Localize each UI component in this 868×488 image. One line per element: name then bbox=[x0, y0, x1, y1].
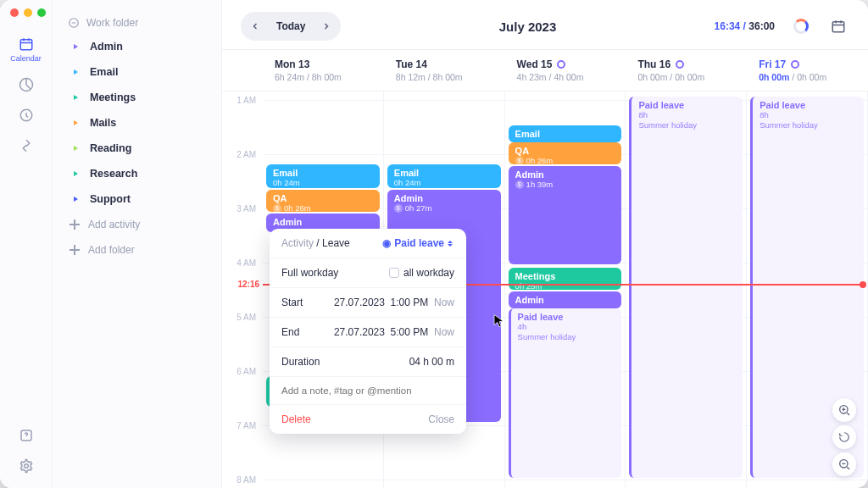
zoom-in-icon bbox=[837, 403, 851, 417]
calendar-event[interactable]: QA$0h 26m bbox=[266, 190, 380, 212]
day-header[interactable]: Wed 15 4h 23m / 4h 00m bbox=[505, 50, 626, 91]
sync-icon bbox=[18, 137, 35, 154]
add-activity-label: Add activity bbox=[88, 219, 140, 230]
day-header[interactable]: Mon 136h 24m / 8h 00m bbox=[263, 50, 384, 91]
leave-type-dropdown[interactable]: ◉ Paid leave bbox=[382, 237, 454, 249]
all-workday-checkbox[interactable]: all workday bbox=[389, 267, 454, 279]
next-button[interactable] bbox=[315, 15, 337, 37]
nav-sync[interactable] bbox=[8, 132, 45, 159]
minimize-window-icon[interactable] bbox=[24, 8, 32, 17]
sidebar-activity[interactable]: Support bbox=[61, 186, 213, 212]
day-name: Wed 15 bbox=[517, 58, 615, 70]
day-summary: 8h 12m / 8h 00m bbox=[396, 72, 493, 82]
event-duration: 0h 24m bbox=[394, 178, 494, 187]
zoom-in-button[interactable] bbox=[832, 398, 856, 422]
day-summary: 0h 00m / 0h 00m bbox=[637, 72, 735, 82]
hour-label: 6 AM bbox=[236, 367, 256, 376]
sidebar-activity[interactable]: Meetings bbox=[61, 85, 213, 110]
add-folder-button[interactable]: Add folder bbox=[61, 237, 213, 263]
maximize-window-icon[interactable] bbox=[37, 8, 46, 17]
sidebar-activity[interactable]: Research bbox=[61, 161, 213, 186]
end-date-field[interactable]: 27.07.2023 bbox=[334, 326, 385, 338]
end-time-field[interactable]: 5:00 PM bbox=[391, 326, 429, 338]
nav-help[interactable] bbox=[8, 422, 45, 449]
calendar-grid[interactable]: 1 AM2 AM3 AM4 AM5 AM6 AM7 AM8 AM 12:16 E… bbox=[222, 92, 868, 488]
event-title: Email bbox=[515, 129, 615, 139]
zoom-out-icon bbox=[837, 458, 851, 471]
play-icon bbox=[70, 92, 81, 103]
sidebar-activity[interactable]: Email bbox=[61, 59, 213, 85]
event-title: Admin bbox=[394, 193, 494, 203]
nav-reports[interactable] bbox=[8, 71, 45, 98]
today-button[interactable]: Today bbox=[266, 20, 315, 32]
main-area: Today July 2023 16:34 / 36:00 Mon 136h 2… bbox=[222, 0, 868, 488]
sidebar: Work folder AdminEmailMeetingsMailsReadi… bbox=[53, 0, 222, 488]
close-button[interactable]: Close bbox=[428, 413, 454, 425]
day-column[interactable]: Paid leave8hSummer holiday bbox=[626, 92, 747, 488]
zoom-out-button[interactable] bbox=[832, 452, 856, 476]
event-subtitle: Summer holiday bbox=[638, 120, 736, 130]
calendar-event[interactable]: Email0h 24m bbox=[387, 164, 501, 188]
calendar-view-button[interactable] bbox=[827, 15, 849, 37]
nav-settings[interactable] bbox=[8, 452, 45, 480]
start-time-field[interactable]: 1:00 PM bbox=[391, 297, 429, 308]
day-name: Thu 16 bbox=[637, 58, 735, 70]
event-duration: 0h 24m bbox=[273, 178, 373, 187]
folder-header[interactable]: Work folder bbox=[61, 12, 213, 34]
nav-calendar-label: Calendar bbox=[10, 54, 42, 63]
event-duration: 8h bbox=[760, 110, 857, 119]
close-window-icon[interactable] bbox=[10, 8, 19, 17]
event-title: Admin bbox=[515, 169, 615, 180]
start-date-field[interactable]: 27.07.2023 bbox=[334, 297, 385, 308]
day-name: Mon 13 bbox=[275, 58, 372, 70]
duration-field[interactable]: 04 h 00 m bbox=[409, 356, 454, 368]
calendar-event[interactable]: Admin$1h 39m bbox=[509, 166, 622, 264]
sidebar-activity[interactable]: Admin bbox=[61, 34, 213, 59]
add-activity-button[interactable]: Add activity bbox=[61, 212, 213, 237]
day-header[interactable]: Thu 16 0h 00m / 0h 00m bbox=[626, 50, 747, 91]
start-label: Start bbox=[281, 297, 303, 308]
sidebar-activity[interactable]: Reading bbox=[61, 136, 213, 161]
activity-label: Reading bbox=[90, 142, 131, 154]
day-column[interactable]: EmailQA$0h 26mAdmin$1h 39mMeetings0h 25m… bbox=[505, 92, 626, 488]
delete-button[interactable]: Delete bbox=[281, 413, 311, 425]
day-summary: 6h 24m / 8h 00m bbox=[275, 72, 372, 82]
nav-rail: Calendar bbox=[0, 0, 53, 488]
event-title: QA bbox=[273, 193, 373, 203]
activity-label: Research bbox=[90, 168, 137, 180]
calendar-event[interactable]: Email bbox=[509, 125, 622, 142]
hour-label: 5 AM bbox=[236, 313, 256, 322]
note-input[interactable] bbox=[281, 385, 454, 396]
day-header[interactable]: Tue 148h 12m / 8h 00m bbox=[384, 50, 505, 91]
end-label: End bbox=[281, 326, 299, 338]
calendar-event[interactable]: QA$0h 26m bbox=[509, 142, 622, 164]
event-title: Meetings bbox=[515, 271, 615, 281]
end-now-button[interactable]: Now bbox=[434, 326, 454, 338]
plus-icon bbox=[70, 245, 80, 255]
calendar-event[interactable]: Paid leave4hSummer holiday bbox=[509, 308, 622, 478]
day-header[interactable]: Fri 17 0h 00m / 0h 00m bbox=[747, 50, 868, 91]
start-now-button[interactable]: Now bbox=[434, 297, 454, 308]
calendar-event[interactable]: Paid leave8hSummer holiday bbox=[629, 97, 743, 478]
prev-button[interactable] bbox=[244, 15, 266, 37]
reset-button[interactable] bbox=[832, 425, 856, 449]
hour-label: 2 AM bbox=[236, 150, 256, 159]
hour-label: 8 AM bbox=[236, 475, 256, 485]
window-controls[interactable] bbox=[10, 8, 46, 17]
nav-calendar[interactable]: Calendar bbox=[8, 30, 45, 68]
nav-time[interactable] bbox=[8, 102, 45, 129]
add-folder-label: Add folder bbox=[88, 244, 135, 256]
calendar-event[interactable]: Meetings0h 25m bbox=[509, 268, 622, 290]
calendar-event[interactable]: Admin bbox=[509, 291, 622, 308]
zoom-controls bbox=[832, 398, 856, 476]
calendar-event[interactable]: Email0h 24m bbox=[266, 164, 380, 188]
event-duration: $0h 26m bbox=[273, 203, 373, 212]
event-duration: $1h 39m bbox=[515, 180, 615, 189]
progress-indicator[interactable] bbox=[790, 15, 812, 37]
folder-label: Work folder bbox=[86, 17, 138, 29]
clock-icon bbox=[18, 107, 35, 124]
event-popover: Activity / Leave ◉ Paid leave Full workd… bbox=[270, 229, 466, 434]
sidebar-activity[interactable]: Mails bbox=[61, 110, 213, 136]
event-title: Paid leave bbox=[638, 100, 736, 110]
dollar-icon: $ bbox=[394, 204, 403, 213]
